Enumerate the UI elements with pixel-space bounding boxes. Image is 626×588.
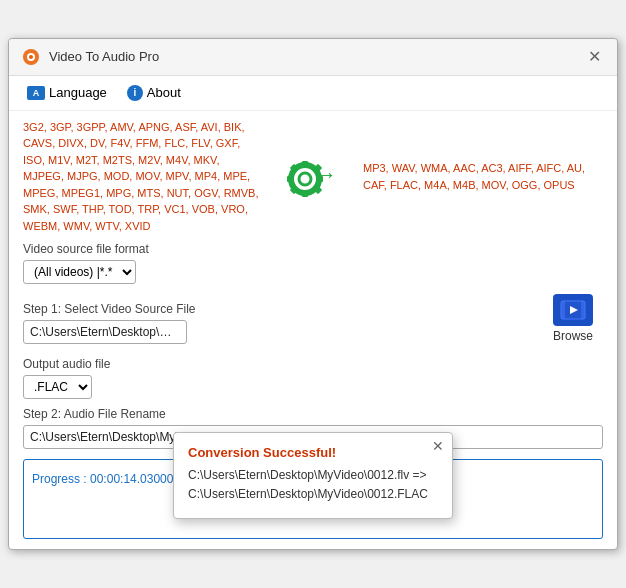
video-source-path[interactable] <box>23 320 187 344</box>
title-bar: Video To Audio Pro ✕ <box>9 39 617 76</box>
popup-dialog: ✕ Conversion Successful! C:\Users\Etern\… <box>173 432 453 519</box>
svg-point-2 <box>29 55 33 59</box>
main-window: Video To Audio Pro ✕ A Language i About … <box>8 38 618 551</box>
window-title: Video To Audio Pro <box>49 49 159 64</box>
title-bar-left: Video To Audio Pro <box>21 47 159 67</box>
film-icon <box>559 299 587 321</box>
converter-svg: → <box>273 142 353 212</box>
audio-format-row: .FLAC <box>23 375 603 399</box>
popup-body: C:\Users\Etern\Desktop\MyVideo\0012.flv … <box>188 466 438 504</box>
svg-rect-6 <box>302 190 308 197</box>
language-label: Language <box>49 85 107 100</box>
language-icon: A <box>27 86 45 100</box>
formats-row: 3G2, 3GP, 3GPP, AMV, APNG, ASF, AVI, BIK… <box>23 119 603 235</box>
input-formats: 3G2, 3GP, 3GPP, AMV, APNG, ASF, AVI, BIK… <box>23 119 263 235</box>
converter-icon: → <box>273 142 353 212</box>
about-label: About <box>147 85 181 100</box>
svg-rect-5 <box>302 161 308 168</box>
video-format-row: (All videos) |*.* <box>23 260 603 284</box>
app-icon <box>21 47 41 67</box>
about-menu-item[interactable]: i About <box>119 82 189 104</box>
close-button[interactable]: ✕ <box>584 49 605 65</box>
output-formats: MP3, WAV, WMA, AAC, AC3, AIFF, AIFC, AU,… <box>363 160 603 193</box>
svg-rect-16 <box>581 301 585 319</box>
step2-label: Step 2: Audio File Rename <box>23 407 603 421</box>
popup-body-line1: C:\Users\Etern\Desktop\MyVideo\0012.flv … <box>188 468 427 482</box>
svg-rect-7 <box>287 176 294 182</box>
popup-title: Conversion Successful! <box>188 445 438 460</box>
audio-format-label: Output audio file <box>23 357 603 371</box>
step1-label: Step 1: Select Video Source File <box>23 302 537 316</box>
popup-body-line2: C:\Users\Etern\Desktop\MyVideo\0012.FLAC <box>188 487 428 501</box>
popup-close-button[interactable]: ✕ <box>432 439 444 453</box>
video-format-label: Video source file format <box>23 242 603 256</box>
menu-bar: A Language i About <box>9 76 617 111</box>
video-format-select[interactable]: (All videos) |*.* <box>23 260 136 284</box>
browse-label: Browse <box>553 329 593 343</box>
info-icon: i <box>127 85 143 101</box>
svg-rect-15 <box>561 301 565 319</box>
audio-format-select[interactable]: .FLAC <box>23 375 92 399</box>
svg-text:→: → <box>315 162 337 187</box>
browse-icon <box>553 294 593 326</box>
svg-point-4 <box>299 173 311 185</box>
step1-row: Step 1: Select Video Source File Browse <box>23 288 603 349</box>
browse-button[interactable]: Browse <box>543 288 603 349</box>
language-menu-item[interactable]: A Language <box>19 82 115 103</box>
